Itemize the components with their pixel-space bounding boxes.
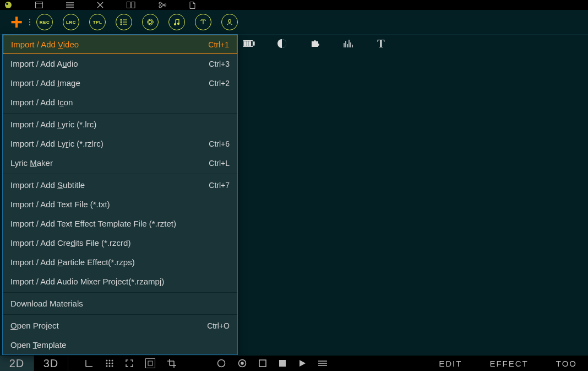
svg-point-11 [159, 2, 161, 4]
menu-item-label: Import / Add Image [10, 78, 80, 88]
menu-item[interactable]: Import / Add SubtitleCtrl+7 [3, 175, 237, 195]
menu-item-label: Import / Add Lyric (*.lrc) [10, 120, 96, 129]
tools-label[interactable]: TOO [556, 359, 577, 368]
menu-item-shortcut: Ctrl+3 [209, 60, 230, 68]
svg-point-12 [159, 6, 161, 8]
target-icon[interactable] [238, 359, 247, 368]
svg-point-27 [151, 20, 153, 21]
menu-item[interactable]: Import / Add Text Effect Template File (… [3, 214, 237, 233]
svg-marker-70 [300, 360, 306, 367]
panels-icon[interactable] [127, 2, 135, 8]
document-icon[interactable] [189, 2, 195, 9]
menu-item-label: Import / Add Text Effect Template File (… [10, 219, 176, 228]
view-tab-2d[interactable]: 2D [0, 356, 34, 371]
circle-outline-icon[interactable] [217, 359, 226, 368]
menu-item-label: Open Template [10, 340, 66, 350]
menu-item-label: Open Project [10, 321, 59, 330]
grid-dots-icon[interactable] [106, 359, 113, 367]
menu-item[interactable]: Import / Add Audio Mixer Project(*.rzamp… [3, 272, 237, 291]
crop-icon[interactable] [167, 359, 176, 368]
square-select-icon[interactable] [145, 358, 155, 368]
svg-point-30 [175, 24, 176, 25]
menu-item-label: Import / Add Video [11, 40, 79, 49]
add-button[interactable]: + [7, 12, 26, 32]
menu-item[interactable]: Import / Add Icon [3, 93, 237, 112]
text-icon[interactable]: T [374, 37, 388, 50]
contrast-icon[interactable] [275, 37, 288, 50]
music-circle-button[interactable] [168, 14, 185, 30]
menu-item-shortcut: Ctrl+L [209, 159, 230, 168]
menu-separator [3, 174, 237, 174]
svg-rect-38 [253, 42, 254, 45]
menu-item-label: Import / Add Icon [10, 98, 73, 107]
battery-icon[interactable] [242, 37, 255, 50]
shrink-icon[interactable] [126, 359, 133, 367]
menu-item[interactable]: Import / Add Lyric (*.lrc) [3, 115, 237, 134]
svg-point-58 [109, 365, 111, 367]
svg-point-1 [6, 3, 8, 5]
settings-lines-icon[interactable] [318, 360, 327, 367]
play-icon[interactable] [298, 359, 306, 367]
svg-point-18 [121, 21, 122, 23]
puzzle-icon[interactable] [308, 37, 322, 50]
menu-item-shortcut: Ctrl+2 [209, 79, 230, 88]
svg-point-67 [241, 362, 243, 364]
svg-point-28 [148, 23, 150, 25]
menu-item[interactable]: Import / Add Credits File (*.rzcrd) [3, 233, 237, 252]
svg-point-51 [106, 360, 108, 362]
add-dropdown-menu: Import / Add VideoCtrl+1Import / Add Aud… [2, 34, 238, 355]
menu-item-shortcut: Ctrl+1 [208, 40, 229, 49]
menu-item-label: Lyric Maker [10, 158, 53, 168]
menu-item-shortcut: Ctrl+O [207, 321, 230, 330]
svg-point-16 [121, 19, 122, 20]
cross-icon[interactable] [97, 2, 104, 8]
menu-item[interactable]: Open Template [3, 335, 237, 354]
svg-point-20 [121, 24, 122, 25]
view-tab-3d[interactable]: 3D [34, 356, 68, 371]
svg-point-55 [109, 363, 111, 364]
bottom-icons [85, 358, 439, 368]
bottom-right-labels: EDIT EFFECT TOO [439, 359, 577, 368]
main-toolbar: + REC LRC TPL [0, 10, 588, 34]
menu-separator [3, 314, 237, 315]
menu-item[interactable]: Import / Add Particle Effect(*.rzps) [3, 252, 237, 272]
menu-item-label: Import / Add Audio Mixer Project(*.rzamp… [10, 277, 164, 286]
svg-point-13 [164, 4, 166, 6]
lrc-button[interactable]: LRC [63, 14, 79, 30]
svg-point-31 [178, 23, 179, 25]
plus-icon: + [10, 12, 23, 33]
menu-item[interactable]: Import / Add AudioCtrl+3 [3, 54, 237, 73]
menu-item[interactable]: Import / Add Text File (*.txt) [3, 195, 237, 214]
effect-label[interactable]: EFFECT [489, 359, 528, 368]
window-icon[interactable] [35, 2, 43, 8]
edit-label[interactable]: EDIT [439, 359, 462, 368]
menu-item[interactable]: Import / Add Lyric (*.rzlrc)Ctrl+6 [3, 134, 237, 153]
svg-line-14 [161, 3, 164, 5]
menu-item[interactable]: Import / Add ImageCtrl+2 [3, 73, 237, 93]
tpl-button[interactable]: TPL [89, 14, 106, 30]
svg-rect-68 [259, 360, 266, 367]
menu-item[interactable]: Download Materials [3, 294, 237, 313]
square-outline-icon[interactable] [259, 359, 266, 367]
svg-point-53 [112, 360, 113, 362]
list-icon[interactable] [66, 2, 74, 8]
menu-item-label: Download Materials [10, 299, 83, 308]
square-fill-icon[interactable] [279, 359, 286, 367]
axis-icon[interactable] [85, 359, 94, 368]
menu-item[interactable]: Open ProjectCtrl+O [3, 316, 237, 335]
flower-circle-button[interactable] [142, 14, 159, 30]
svg-point-59 [112, 365, 113, 367]
rec-button[interactable]: REC [36, 14, 53, 30]
user-circle-button[interactable] [221, 14, 238, 30]
list-circle-button[interactable] [116, 14, 132, 30]
svg-point-26 [148, 20, 150, 21]
branch-icon[interactable] [159, 2, 166, 8]
menu-item[interactable]: Lyric MakerCtrl+L [3, 153, 237, 173]
titlebar-icon-strip [0, 0, 588, 10]
equalizer-icon[interactable] [341, 37, 355, 50]
svg-point-52 [109, 360, 111, 362]
text-circle-button[interactable] [195, 14, 211, 30]
bottom-bar: 2D 3D EDIT EFFECT TOO [0, 356, 588, 371]
svg-rect-40 [247, 42, 248, 46]
menu-item[interactable]: Import / Add VideoCtrl+1 [3, 35, 237, 54]
